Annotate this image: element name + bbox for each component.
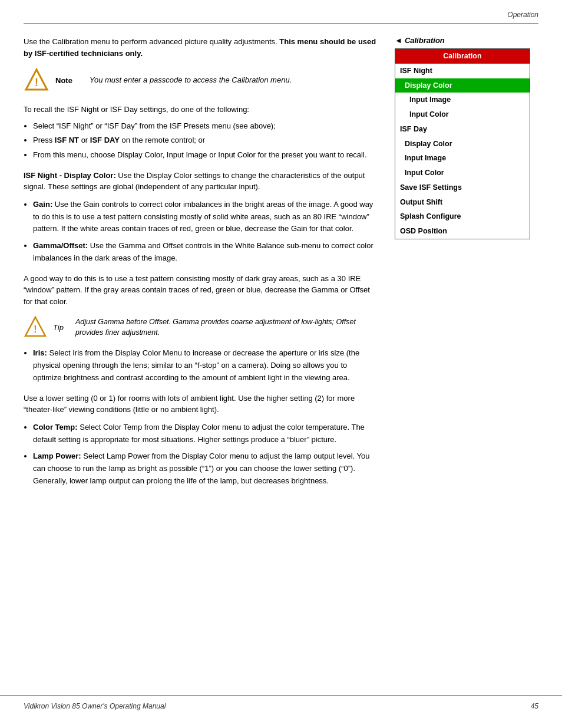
lamp-power-label: Lamp Power: [33, 452, 81, 460]
gain-label: Gain: [33, 200, 52, 209]
color-temp-label: Color Temp: [33, 423, 78, 431]
tip-label: Tip [53, 323, 70, 332]
menu-item-display-color-day: Display Color [395, 137, 530, 151]
warning-icon: ! [24, 67, 49, 93]
calibration-title: ◄ Calibration [395, 36, 530, 45]
right-column: ◄ Calibration Calibration ISF Night Disp… [395, 36, 530, 496]
calibration-menu: Calibration ISF Night Display Color Inpu… [395, 48, 530, 239]
tip-icon: ! [24, 315, 47, 339]
menu-item-display-color-night: Display Color [395, 78, 530, 93]
gain-gamma-list: Gain: Use the Gain controls to correct c… [33, 199, 377, 265]
display-color-heading: ISF Night - Display Color: Use the Displ… [24, 170, 377, 193]
footer-left: Vidikron Vision 85 Owner's Operating Man… [24, 702, 166, 710]
note-label: Note [55, 76, 77, 85]
iris-label: Iris: [33, 348, 47, 357]
iris-list: Iris: Select Iris from the Display Color… [33, 347, 377, 384]
intro-text1: Use the Calibration menu to perform adva… [24, 37, 279, 46]
list-item: From this menu, choose Display Color, In… [33, 149, 377, 162]
menu-item-save-isf: Save ISF Settings [395, 180, 530, 195]
menu-item-output-shift: Output Shift [395, 195, 530, 210]
list-item: Color Temp: Select Color Temp from the D… [33, 421, 377, 446]
iris-text: Select Iris from the Display Color Menu … [33, 348, 359, 382]
list-item: Gain: Use the Gain controls to correct c… [33, 199, 377, 235]
extra-para-gamma: A good way to do this is to use a test p… [24, 273, 377, 308]
list-item: Gamma/Offset: Use the Gamma and Offset c… [33, 240, 377, 265]
page-container: Operation Use the Calibration menu to pe… [0, 0, 562, 728]
menu-item-isf-night: ISF Night [395, 64, 530, 78]
note-box: ! Note You must enter a passcode to acce… [24, 67, 377, 93]
intro-paragraph: Use the Calibration menu to perform adva… [24, 36, 377, 59]
tip-text: Adjust Gamma before Offset. Gamma provid… [75, 317, 377, 339]
calibration-label: Calibration [405, 36, 445, 45]
list-item: Select “ISF Night” or “ISF Day” from the… [33, 120, 377, 133]
menu-item-splash-configure: Splash Configure [395, 209, 530, 224]
svg-text:!: ! [34, 324, 37, 334]
footer-right: 45 [531, 702, 538, 710]
list-item: Lamp Power: Select Lamp Power from the D… [33, 450, 377, 487]
lamp-power-text: Select Lamp Power from the Display Color… [33, 452, 370, 485]
menu-item-input-color-night: Input Color [395, 107, 530, 122]
page-footer: Vidikron Vision 85 Owner's Operating Man… [0, 696, 562, 716]
menu-item-input-image-day: Input Image [395, 151, 530, 166]
iris-extra-para: Use a lower setting (0 or 1) for rooms w… [24, 393, 377, 416]
menu-item-input-image-night: Input Image [395, 93, 530, 107]
page-header: Operation [0, 0, 562, 24]
recall-bullets: Select “ISF Night” or “ISF Day” from the… [33, 120, 377, 162]
note-text: You must enter a passcode to access the … [90, 74, 292, 86]
main-content: Use the Calibration menu to perform adva… [0, 24, 562, 508]
gamma-label: Gamma/Offset: [33, 241, 88, 250]
menu-item-calibration: Calibration [395, 49, 530, 64]
menu-item-isf-day: ISF Day [395, 122, 530, 137]
header-section: Operation [507, 11, 538, 19]
menu-item-osd-position: OSD Position [395, 224, 530, 239]
tip-box: ! Tip Adjust Gamma before Offset. Gamma … [24, 315, 377, 339]
gain-text: Use the Gain controls to correct color i… [33, 200, 373, 233]
calibration-arrow: ◄ [395, 36, 402, 45]
color-temp-list: Color Temp: Select Color Temp from the D… [33, 421, 377, 487]
heading-bold: ISF Night - Display Color: [24, 171, 116, 180]
menu-item-input-color-day: Input Color [395, 166, 530, 180]
left-column: Use the Calibration menu to perform adva… [24, 36, 377, 496]
list-item: Iris: Select Iris from the Display Color… [33, 347, 377, 384]
svg-text:!: ! [35, 77, 38, 88]
recall-paragraph: To recall the ISF Night or ISF Day setti… [24, 104, 377, 116]
list-item: Press ISF NT or ISF DAY on the remote co… [33, 134, 377, 147]
color-temp-text: Select Color Temp from the Display Color… [33, 423, 365, 444]
